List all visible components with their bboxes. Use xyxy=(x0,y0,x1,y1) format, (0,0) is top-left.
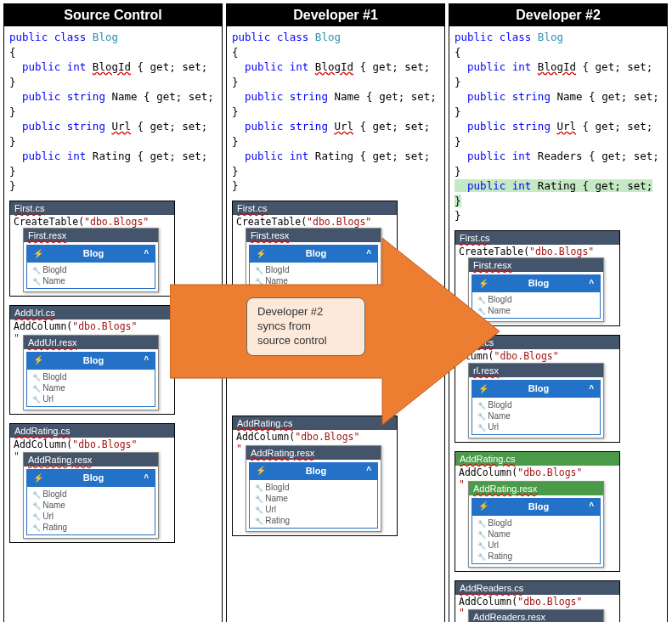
column-source-control: Source Control public class Blog { publi… xyxy=(3,3,223,622)
chevron-up-icon: ^ xyxy=(144,249,149,258)
file-first-resx: First.resx ⚡Blog^ BlogId Name xyxy=(246,228,381,292)
share-icon: ⚡ xyxy=(478,384,488,393)
file-addreaders-cs: AddReaders.cs AddColumn("dbo.Blogs"" Add… xyxy=(455,580,620,622)
class-code: public class Blog { public int BlogId { … xyxy=(232,30,439,194)
file-addrating-cs-new: AddRating.cs AddColumn("dbo.Blogs"" AddR… xyxy=(455,451,620,572)
share-icon: ⚡ xyxy=(33,249,43,258)
chevron-up-icon: ^ xyxy=(589,279,594,288)
file-addrating-cs: AddRating.cs AddColumn("dbo.Blogs"" AddR… xyxy=(9,423,175,544)
file-first-cs: First.cs CreateTable("dbo.Blogs" First.r… xyxy=(455,230,620,327)
column-body: public class Blog { public int BlogId { … xyxy=(4,26,222,555)
file-addurl-resx: rl.resx ⚡Blog^ BlogId Name Url xyxy=(468,363,604,438)
chevron-up-icon: ^ xyxy=(589,384,594,393)
chevron-up-icon: ^ xyxy=(144,355,149,365)
column-header: Source Control xyxy=(4,4,222,26)
file-first-cs: First.cs CreateTable("dbo.Blogs" First.r… xyxy=(9,201,175,297)
file-addreaders-resx: AddReaders.resx ⚡Blog^ BlogId Name Url R… xyxy=(468,609,604,622)
chevron-up-icon: ^ xyxy=(366,466,371,475)
file-addrating-resx: AddRating.resx ⚡Blog^ BlogId Name Url Ra… xyxy=(246,445,381,532)
file-addurl-cs: AddUrl.cs AddColumn("dbo.Blogs"" AddUrl.… xyxy=(9,305,175,415)
chevron-up-icon: ^ xyxy=(366,249,371,258)
column-body: public class Blog { public int BlogId { … xyxy=(449,26,667,622)
file-addrating-resx: AddRating.resx ⚡Blog^ BlogId Name Url Ra… xyxy=(23,452,159,539)
share-icon: ⚡ xyxy=(478,279,488,288)
file-addurl-resx: AddUrl.resx ⚡Blog^ BlogId Name Url xyxy=(23,335,159,410)
column-header: Developer #2 xyxy=(449,4,667,26)
file-addurl-cs: ddUrl.cs olumn("dbo.Blogs" rl.resx ⚡Blog… xyxy=(455,335,620,443)
file-first-resx: First.resx ⚡Blog^ BlogId Name xyxy=(468,257,604,322)
diagram-container: Source Control public class Blog { publi… xyxy=(0,0,672,622)
column-developer-2: Developer #2 public class Blog { public … xyxy=(449,3,668,622)
share-icon: ⚡ xyxy=(478,501,488,511)
class-code: public class Blog { public int BlogId { … xyxy=(9,30,217,194)
share-icon: ⚡ xyxy=(256,466,266,475)
share-icon: ⚡ xyxy=(33,355,43,365)
highlighted-line: public int Rating { get; set; } xyxy=(455,179,652,207)
file-addrating-cs: AddRating.cs AddColumn("dbo.Blogs"" AddR… xyxy=(232,416,398,536)
chevron-up-icon: ^ xyxy=(589,501,594,511)
callout-sync: Developer #2 syncs from source control xyxy=(246,297,365,356)
file-first-cs: First.cs CreateTable("dbo.Blogs" First.r… xyxy=(232,201,398,297)
column-header: Developer #1 xyxy=(227,4,444,26)
column-body: public class Blog { public int BlogId { … xyxy=(227,26,444,548)
share-icon: ⚡ xyxy=(33,473,43,483)
chevron-up-icon: ^ xyxy=(144,473,149,483)
class-code: public class Blog { public int BlogId { … xyxy=(455,30,662,223)
share-icon: ⚡ xyxy=(256,249,266,258)
file-first-resx: First.resx ⚡Blog^ BlogId Name xyxy=(23,228,159,292)
file-addrating-resx-new: AddRating.resx ⚡Blog^ BlogId Name Url Ra… xyxy=(468,481,604,568)
